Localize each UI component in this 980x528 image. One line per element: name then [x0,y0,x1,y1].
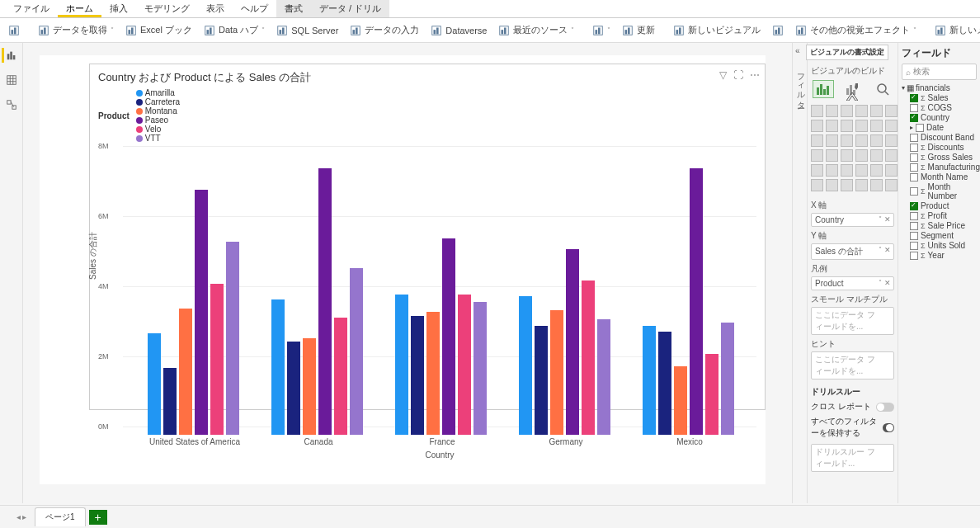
paste-button[interactable] [3,22,25,39]
bar[interactable] [395,295,408,435]
chevron-left-icon[interactable]: « [795,46,800,55]
bar[interactable] [226,242,239,435]
bar[interactable] [535,326,548,435]
viz-type-icon[interactable] [855,105,868,117]
sql-button[interactable]: SQL Server [271,22,343,39]
drillthrough-well[interactable]: ドリルスルー フィールド... [811,444,894,472]
viz-type-icon[interactable] [855,120,868,132]
add-page-button[interactable]: + [89,510,107,525]
viz-type-icon[interactable] [826,105,838,117]
field-checkbox[interactable] [910,222,918,230]
viz-type-icon[interactable] [855,179,868,191]
x-axis-well[interactable]: Country˅✕ [811,213,894,227]
viz-type-icon[interactable] [841,164,853,177]
more-visuals-button[interactable]: その他の視覚エフェクト˅ [790,21,921,39]
bar[interactable] [458,295,471,435]
bar[interactable] [643,326,656,435]
bar[interactable] [271,299,285,435]
viz-type-icon[interactable] [841,120,853,132]
cross-report-toggle[interactable] [876,403,894,412]
bar[interactable] [287,342,300,435]
bar[interactable] [582,280,595,435]
ribbon-tab-書式[interactable]: 書式 [276,0,311,17]
model-view-icon[interactable] [3,97,20,112]
bar[interactable] [210,284,224,435]
viz-type-icon[interactable] [826,149,838,162]
field-checkbox[interactable] [910,153,918,162]
bar[interactable] [674,366,687,435]
report-canvas[interactable]: ▽ ⛶ ⋯ Country および Product による Sales の合計 … [40,55,766,484]
viz-type-icon[interactable] [811,179,823,191]
filters-pane-collapsed[interactable]: « フィルター [792,43,807,503]
get-data-button[interactable]: データを取得˅ [33,21,119,39]
legend-item[interactable]: Amarilla [136,88,180,97]
format-visual-tab-icon[interactable] [842,80,864,98]
bar[interactable] [519,296,532,435]
transform-button[interactable]: ˅ [587,22,615,39]
viz-type-icon[interactable] [885,134,898,147]
more-options-icon[interactable]: ⋯ [750,69,760,81]
viz-type-icon[interactable] [870,134,883,147]
refresh-button[interactable]: 更新 [617,21,660,39]
field-checkbox[interactable] [916,124,924,132]
field-checkbox[interactable] [910,94,918,102]
bar[interactable] [426,312,440,435]
field-sales[interactable]: ΣSales [902,93,977,102]
datahub-button[interactable]: Data ハブ˅ [199,21,270,39]
viz-type-icon[interactable] [870,164,883,177]
field-month-name[interactable]: Month Name [902,172,977,182]
bar[interactable] [658,332,671,435]
field-checkbox[interactable] [910,114,918,122]
field-checkbox[interactable] [910,163,918,172]
viz-type-icon[interactable] [841,149,853,162]
legend-well[interactable]: Product˅✕ [811,276,894,290]
field-country[interactable]: Country [902,113,977,122]
bar[interactable] [350,268,363,435]
viz-type-icon[interactable] [841,105,853,117]
viz-type-icon[interactable] [870,105,883,117]
field-gross-sales[interactable]: ΣGross Sales [902,153,977,162]
page-prev-icon[interactable]: ◂ [16,512,21,521]
field-units-sold[interactable]: ΣUnits Sold [902,241,977,250]
field-checkbox[interactable] [910,202,918,210]
bar[interactable] [148,333,161,435]
y-axis-well[interactable]: Sales の合計˅✕ [811,243,894,260]
ribbon-tab-モデリング[interactable]: モデリング [136,0,198,17]
viz-type-icon[interactable] [885,164,898,177]
report-view-icon[interactable] [2,48,18,63]
focus-mode-icon[interactable]: ⛶ [733,69,743,81]
ribbon-tab-データ / ドリル[interactable]: データ / ドリル [311,0,389,17]
page-tab[interactable]: ページ1 [35,507,86,526]
remove-icon[interactable]: ✕ [884,246,891,254]
viz-type-icon[interactable] [841,134,853,147]
fields-search-input[interactable]: ⌕ 検索 [902,64,977,80]
bar[interactable] [334,318,347,435]
viz-type-icon[interactable] [826,120,838,132]
field-checkbox[interactable] [910,144,918,152]
field-product[interactable]: Product [902,201,977,210]
viz-type-icon[interactable] [855,149,868,162]
new-measure-button[interactable]: 新しいメジャー [930,21,980,39]
keep-filters-toggle[interactable] [883,423,894,432]
ribbon-tab-ホーム[interactable]: ホーム [58,0,101,17]
bar[interactable] [566,249,579,435]
new-visual-button[interactable]: 新しいビジュアル [668,21,766,39]
field-checkbox[interactable] [910,187,918,196]
viz-type-icon[interactable] [885,149,898,162]
viz-type-icon[interactable] [826,134,838,147]
build-visual-tab-icon[interactable] [813,80,834,98]
excel-button[interactable]: Excel ブック [120,21,197,39]
remove-icon[interactable]: ✕ [884,215,891,224]
viz-type-icon[interactable] [826,164,838,177]
viz-type-icon[interactable] [855,134,868,147]
field-sale-price[interactable]: ΣSale Price [902,221,977,230]
bar[interactable] [597,319,610,435]
viz-type-icon[interactable] [870,120,883,132]
field-checkbox[interactable] [910,232,918,240]
tooltip-well[interactable]: ここにデータ フィールドを... [811,351,894,380]
ribbon-tab-表示[interactable]: 表示 [198,0,233,17]
viz-type-icon[interactable] [885,120,898,132]
viz-type-icon[interactable] [811,149,823,162]
ribbon-tab-ヘルプ[interactable]: ヘルプ [233,0,276,17]
field-manufacturing[interactable]: ΣManufacturing [902,163,977,172]
